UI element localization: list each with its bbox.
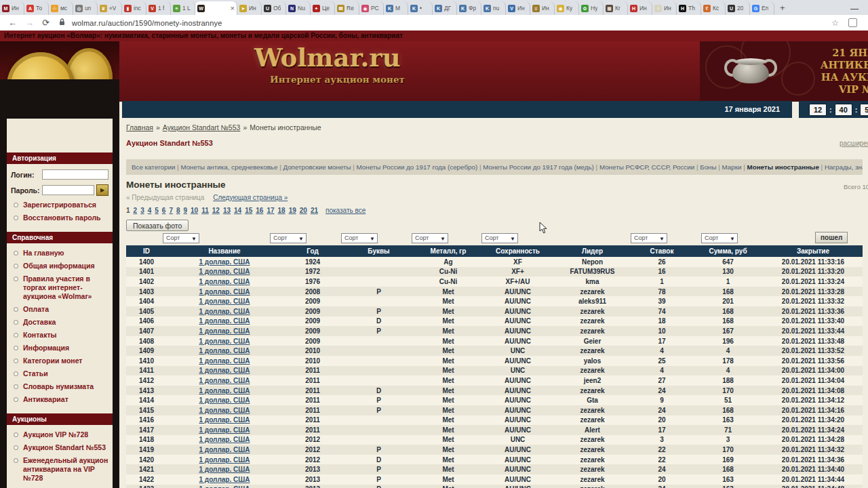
- sidebar-link[interactable]: Еженедельный аукцион антиквариата на VIP…: [14, 456, 108, 483]
- browser-tab[interactable]: ◉РС: [359, 1, 384, 15]
- breadcrumb-link[interactable]: Главная: [126, 123, 153, 131]
- browser-tab[interactable]: ⅢRe: [335, 1, 359, 15]
- browser-tab[interactable]: ◉Ку: [555, 1, 579, 15]
- sidebar-link[interactable]: На главную: [14, 249, 108, 258]
- sidebar-link[interactable]: Правила участия в торгах интернет-аукцио…: [14, 274, 108, 301]
- category-link[interactable]: Монеты антика, средневековье: [180, 163, 277, 171]
- lot-link[interactable]: 1 доллар. США: [199, 466, 250, 473]
- forward-icon[interactable]: →: [25, 18, 34, 28]
- browser-tab[interactable]: AТо: [24, 1, 49, 15]
- browser-tab[interactable]: ⁘мс: [49, 1, 73, 15]
- browser-tab[interactable]: K•: [408, 1, 433, 15]
- browser-tab[interactable]: ✦Це: [311, 1, 335, 15]
- page-link[interactable]: 21: [311, 207, 318, 214]
- browser-tab-active[interactable]: W×: [195, 1, 237, 15]
- next-page-link[interactable]: Следующая страница »: [213, 194, 288, 201]
- browser-tab[interactable]: ▦Кг: [604, 1, 628, 15]
- back-icon[interactable]: ←: [8, 18, 17, 28]
- lot-link[interactable]: 1 доллар. США: [199, 327, 250, 335]
- lot-link[interactable]: 1 доллар. США: [199, 377, 250, 384]
- lot-link[interactable]: 1 доллар. США: [199, 258, 250, 266]
- lot-link[interactable]: 1 доллар. США: [199, 396, 250, 404]
- lot-link[interactable]: 1 доллар. США: [199, 357, 250, 365]
- browser-tab[interactable]: VИн: [506, 1, 530, 15]
- browser-tab[interactable]: НИн: [628, 1, 652, 15]
- sidebar-link[interactable]: Оплата: [14, 305, 108, 314]
- browser-tab[interactable]: МИн: [0, 1, 24, 15]
- sidebar-link[interactable]: Антиквариат: [14, 395, 108, 404]
- show-photo-button[interactable]: Показать фото: [126, 220, 189, 231]
- lot-link[interactable]: 1 доллар. США: [199, 446, 250, 453]
- page-link[interactable]: 5: [155, 207, 159, 214]
- browser-tab[interactable]: KФр: [457, 1, 481, 15]
- browser-tab[interactable]: HTh: [677, 1, 701, 15]
- browser-tab[interactable]: ✿Ну: [579, 1, 604, 15]
- category-link[interactable]: Монеты России до 1917 года (серебро): [357, 163, 478, 171]
- sort-select[interactable]: Сорт▼: [481, 233, 518, 243]
- sidebar-link[interactable]: Статьи: [14, 369, 108, 378]
- page-link[interactable]: 7: [169, 207, 173, 214]
- advanced-search-link[interactable]: расширенный: [840, 140, 868, 147]
- lot-link[interactable]: 1 доллар. США: [199, 308, 250, 315]
- sidebar-link[interactable]: Восстановить пароль: [14, 214, 108, 222]
- page-link[interactable]: 4: [148, 207, 152, 214]
- lot-link[interactable]: 1 доллар. США: [199, 338, 250, 345]
- page-link[interactable]: 8: [176, 207, 180, 214]
- breadcrumb-link[interactable]: Аукцион Standart №553: [163, 123, 241, 131]
- lot-link[interactable]: 1 доллар. США: [199, 298, 250, 305]
- browser-tab[interactable]: ○Ин: [652, 1, 677, 15]
- sidebar-link[interactable]: Зарегистрироваться: [14, 201, 108, 209]
- lot-link[interactable]: 1 доллар. США: [199, 436, 250, 443]
- show-all-link[interactable]: показать все: [326, 207, 366, 214]
- sidebar-link[interactable]: Доставка: [14, 318, 108, 327]
- sidebar-link[interactable]: Информация: [14, 344, 108, 352]
- page-link[interactable]: 14: [234, 207, 241, 214]
- lot-link[interactable]: 1 доллар. США: [199, 407, 250, 414]
- page-link[interactable]: 15: [245, 207, 252, 214]
- browser-tab[interactable]: V1 f: [146, 1, 171, 15]
- login-input[interactable]: [42, 169, 108, 180]
- browser-tab[interactable]: ✳1 L: [171, 1, 195, 15]
- sort-select[interactable]: Сорт▼: [701, 233, 738, 243]
- sort-select[interactable]: Сорт▼: [412, 233, 448, 243]
- lot-link[interactable]: 1 доллар. США: [199, 476, 250, 483]
- page-link[interactable]: 20: [300, 207, 307, 214]
- category-link[interactable]: Боны: [700, 163, 716, 171]
- browser-tab[interactable]: KМ: [384, 1, 408, 15]
- lot-link[interactable]: 1 доллар. США: [199, 288, 250, 296]
- page-link[interactable]: 19: [289, 207, 296, 214]
- lot-link[interactable]: 1 доллар. США: [199, 456, 250, 464]
- lot-link[interactable]: 1 доллар. США: [199, 426, 250, 434]
- sidebar-link[interactable]: Словарь нумизмата: [14, 382, 108, 391]
- page-link[interactable]: 18: [278, 207, 285, 214]
- browser-tab[interactable]: GEn: [750, 1, 774, 15]
- window-minimize-button[interactable]: —: [841, 3, 868, 15]
- page-link[interactable]: 13: [223, 207, 231, 214]
- lot-link[interactable]: 1 доллар. США: [199, 416, 250, 424]
- sidebar-link[interactable]: Аукцион Standart №553: [14, 443, 108, 452]
- page-link[interactable]: 17: [267, 207, 274, 214]
- category-link[interactable]: Награды, знаки, жетоны, копии: [825, 163, 863, 171]
- new-tab-button[interactable]: +: [774, 1, 791, 15]
- extensions-icon[interactable]: [848, 18, 857, 27]
- page-link[interactable]: 6: [162, 207, 166, 214]
- refresh-icon[interactable]: ⟳: [42, 18, 50, 28]
- lot-link[interactable]: 1 доллар. США: [199, 268, 250, 275]
- page-link[interactable]: 2: [134, 207, 138, 214]
- url-text[interactable]: wolmar.ru/auction/1590/monety-inostranny…: [72, 19, 222, 27]
- browser-tab[interactable]: ▮inc: [122, 1, 146, 15]
- lot-link[interactable]: 1 доллар. США: [199, 367, 250, 374]
- sidebar-link[interactable]: Контакты: [14, 331, 108, 340]
- lot-link[interactable]: 1 доллар. США: [199, 485, 250, 488]
- category-link[interactable]: Марки: [722, 163, 742, 171]
- tab-close-icon[interactable]: ×: [231, 4, 235, 12]
- browser-tab[interactable]: KДГ: [433, 1, 457, 15]
- browser-tab[interactable]: ➤Ин: [237, 1, 262, 15]
- sidebar-link[interactable]: Аукцион VIP №728: [14, 430, 108, 439]
- browser-tab[interactable]: NNu: [286, 1, 311, 15]
- page-link[interactable]: 16: [256, 207, 263, 214]
- go-button[interactable]: пошел: [815, 232, 848, 243]
- category-link[interactable]: Монеты иностранные: [747, 163, 818, 171]
- category-link[interactable]: Монеты России до 1917 года (медь): [483, 163, 594, 171]
- browser-tab[interactable]: ʕКс: [701, 1, 726, 15]
